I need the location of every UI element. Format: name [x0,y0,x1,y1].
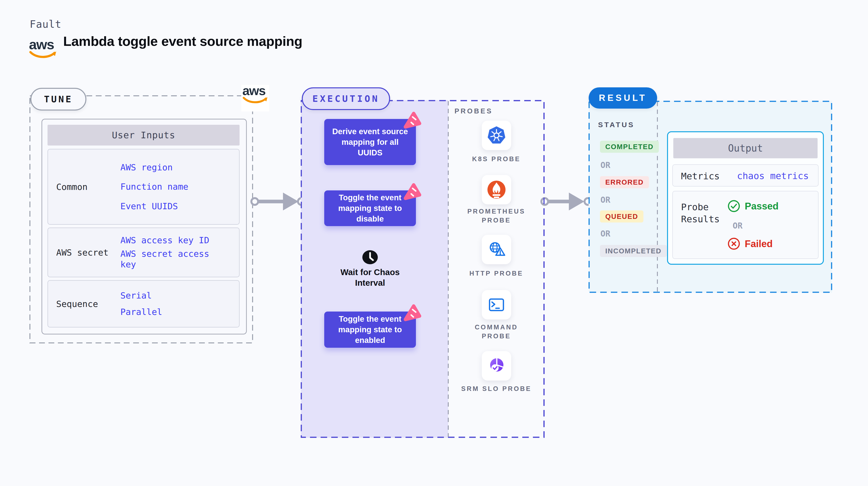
aws-logo: aws [29,38,58,61]
flow-node-label: Toggle the event mapping state to disabl… [331,192,410,224]
probe-label: SRM SLO PROBE [448,385,545,393]
status-badge-queued: QUEUED [600,210,643,222]
litmus-chaos-icon [401,111,423,131]
probe-label: K8S PROBE [448,155,545,163]
flow-node-derive-mapping: Derive event source mapping for all UUID… [324,119,416,165]
probe-tile-k8s [482,121,511,150]
page-title: Lambda toggle event source mapping [63,33,302,49]
flow-node-label: Toggle the event mapping state to enable… [331,314,410,345]
probe-label: HTTP PROBE [448,269,545,278]
or-separator: OR [600,160,610,170]
result-badge: RESULT [589,87,657,109]
status-heading: STATUS [598,121,635,129]
aws-smile-icon [29,51,58,60]
wait-step-label: Wait for Chaos Interval [334,267,406,288]
probe-tile-prometheus [482,175,511,204]
failed-x-icon [727,237,740,250]
wait-clock-icon [362,249,378,266]
passed-line: Passed [727,200,778,213]
execution-badge: EXECUTION [302,87,390,110]
row-value: Function name [120,181,222,192]
user-inputs-card: User Inputs Common AWS region Function n… [41,119,247,334]
probe-results-row: Probe Results Passed OR Failed [672,191,818,259]
user-inputs-header: User Inputs [48,125,240,146]
table-row: Common AWS region Function name Event UU… [48,149,240,225]
flow-node-label: Derive event source mapping for all UUID… [331,126,410,158]
row-value: Event UUIDS [120,201,222,212]
or-separator: OR [600,229,610,238]
slo-donut-check-icon [487,356,506,375]
passed-check-icon [727,200,740,213]
output-card: Output Metrics chaos metrics Probe Resul… [667,131,824,265]
status-badge-incompleted: INCOMPLETED [600,245,667,257]
metrics-label: Metrics [681,170,720,182]
or-separator: OR [600,195,610,205]
row-label: Common [48,149,120,224]
litmus-chaos-icon [401,303,423,324]
http-globe-warning-icon [487,240,506,259]
aws-logo-tile: aws [241,85,269,112]
fault-eyebrow: Fault [30,18,61,30]
tune-badge: TUNE [30,88,86,111]
kubernetes-icon [487,126,506,145]
row-value: Parallel [120,307,222,317]
row-value: AWS region [120,162,222,173]
probe-label: COMMAND PROBE [448,323,545,341]
status-badge-completed: COMPLETED [600,141,659,153]
aws-wordmark: aws [29,38,58,51]
probe-results-label: Probe Results [681,201,722,225]
flow-node-toggle-disable: Toggle the event mapping state to disabl… [324,190,416,226]
status-badge-errored: ERRORED [600,176,649,188]
passed-label: Passed [745,201,778,212]
flow-node-toggle-enable: Toggle the event mapping state to enable… [324,311,416,348]
metrics-row: Metrics chaos metrics [672,164,818,186]
terminal-icon [487,295,506,314]
probe-tile-command [482,290,511,320]
table-row: AWS secret AWS access key ID AWS secret … [48,227,240,277]
probe-tile-http [482,235,511,264]
prometheus-icon [487,180,506,199]
probe-label: PROMETHEUS PROBE [448,207,545,225]
metrics-value: chaos metrics [737,171,809,181]
probes-title: PROBES [455,107,493,115]
litmus-chaos-icon [401,182,423,203]
table-row: Sequence Serial Parallel [48,280,240,328]
aws-smile-icon [243,96,269,105]
failed-line: Failed [727,237,773,250]
output-header: Output [673,138,817,158]
failed-label: Failed [745,238,773,249]
row-value: Serial [120,290,222,301]
probe-tile-srm-slo [482,351,511,381]
or-separator: OR [733,221,743,231]
row-value: AWS secret access key [120,248,222,270]
diagram-canvas: Fault Lambda toggle event source mapping… [0,0,868,486]
row-label: Sequence [48,281,120,327]
row-label: AWS secret [48,228,120,277]
aws-logo-small: aws [243,85,268,106]
row-value: AWS access key ID [120,235,222,246]
